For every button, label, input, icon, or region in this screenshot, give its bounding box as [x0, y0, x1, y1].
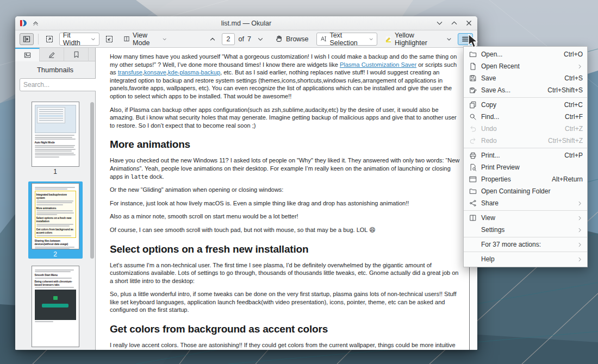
minimize-button[interactable] [435, 19, 444, 27]
menu-separator [464, 148, 587, 148]
doc-link[interactable]: Plasma Customization Saver [340, 61, 416, 68]
page-total: 7 [247, 35, 251, 43]
menu-item-undo: UndoCtrl+Z [464, 123, 587, 135]
menu-separator [464, 237, 587, 237]
titlebar[interactable]: list.md — Okular [15, 16, 477, 30]
annotation-tool-button[interactable]: Yellow Highlighter [383, 30, 440, 48]
thumbnail-page-number: 2 [53, 249, 57, 259]
thumbnail-page-2[interactable]: Integrated backup/restore systemMore ani… [28, 181, 83, 259]
close-button[interactable] [465, 19, 473, 27]
copy-icon [469, 101, 477, 109]
menu-item-save[interactable]: SaveCtrl+S [464, 72, 587, 84]
tab-annotations[interactable] [40, 48, 64, 61]
titlebar-collapse-icon[interactable] [32, 20, 39, 27]
thumbnail-list[interactable]: Auto Night Mode1Integrated backup/restor… [15, 96, 95, 350]
menu-item-print-preview[interactable]: Print Preview [464, 161, 587, 173]
doc-paragraph: Have you checked out the new Windows 11?… [110, 156, 460, 180]
highlighter-icon [385, 35, 392, 43]
document-page[interactable]: How many times have you asked yourself “… [96, 48, 469, 350]
menu-shortcut: Ctrl+Z [565, 125, 583, 133]
menu-item-print[interactable]: Print...Ctrl+P [464, 149, 587, 161]
zoom-preset-value: Fit Width [63, 32, 87, 47]
menu-item-find[interactable]: Find...Ctrl+F [464, 111, 587, 123]
sidebar-title: Thumbnails [15, 61, 95, 77]
menu-item-view[interactable]: View [464, 212, 587, 224]
page-number-input[interactable]: 2 [222, 33, 235, 45]
bookmark-icon [72, 51, 80, 59]
menu-item-for-37-more-actions[interactable]: For 37 more actions: [464, 239, 587, 250]
thumbnail-page-1[interactable]: Auto Night Mode1 [28, 100, 83, 176]
hand-icon [275, 35, 283, 43]
menu-item-open-containing-folder[interactable]: Open Containing Folder [464, 185, 587, 197]
chevron-right-icon [577, 242, 583, 248]
menu-item-properties[interactable]: PropertiesAlt+Return [464, 173, 587, 185]
okular-window: list.md — Okular Fit Width [15, 16, 477, 350]
undo-icon [469, 125, 477, 133]
folder-open-icon [469, 51, 477, 58]
zoom-in-button[interactable] [103, 34, 116, 45]
chevron-right-icon [577, 64, 583, 70]
tab-bookmarks[interactable] [64, 48, 89, 61]
menu-separator [464, 210, 587, 211]
doc-heading: Select options on a fresh new installati… [110, 243, 460, 256]
chevron-down-icon [162, 36, 167, 42]
doc-paragraph: Let's assume I'm a non-technical user. T… [110, 261, 460, 285]
annotation-chevron[interactable] [444, 35, 454, 43]
tab-thumbnails[interactable] [15, 48, 40, 61]
view-columns-icon [469, 214, 477, 222]
next-page-button[interactable] [254, 34, 266, 44]
chevron-right-icon [577, 215, 583, 221]
mouse-mode-combobox[interactable]: Text Selection [316, 33, 378, 46]
menu-separator [464, 97, 587, 98]
toolbar-separator [38, 34, 39, 45]
maximize-button[interactable] [450, 19, 458, 27]
doc-link[interactable]: konsave [144, 69, 166, 76]
menu-shortcut: Ctrl+P [564, 152, 583, 159]
view-mode-button[interactable]: View Mode [121, 30, 169, 48]
menu-item-save-as[interactable]: Save As...Ctrl+Shift+S [464, 84, 587, 96]
image-icon [23, 51, 32, 59]
menu-item-open[interactable]: Open...Ctrl+O [464, 48, 587, 60]
find-icon [469, 113, 477, 121]
previous-page-button[interactable] [207, 34, 219, 44]
redo-icon [469, 137, 477, 145]
menu-item-share[interactable]: Share [464, 197, 587, 209]
thumbnail-page-3[interactable]: Smooth Start MenuBeing coherent with chr… [28, 264, 83, 350]
doc-link[interactable]: kde-plasma-backup [168, 69, 220, 76]
thumbnail-image[interactable]: Integrated backup/restore systemMore ani… [32, 183, 79, 249]
page-of-label: of [238, 35, 244, 43]
annotation-tool-label: Yellow Highlighter [395, 32, 438, 47]
sidebar: Thumbnails Auto Night Mode1Integrated ba… [15, 48, 96, 350]
chevron-right-icon [577, 227, 583, 233]
hamburger-dropdown-menu: Open...Ctrl+OOpen RecentSaveCtrl+SSave A… [463, 46, 588, 267]
mouse-mode-value: Text Selection [329, 32, 363, 47]
thumbnail-image[interactable]: Auto Night Mode [32, 102, 79, 167]
pencil-icon [48, 51, 56, 59]
show-sidebar-button[interactable] [20, 33, 34, 45]
text-selection-icon [320, 35, 327, 43]
doc-paragraph: How many times have you asked yourself “… [110, 53, 460, 101]
menu-item-settings[interactable]: Settings [464, 224, 587, 236]
zoom-out-button[interactable] [43, 34, 56, 45]
save-as-icon [469, 86, 477, 94]
menu-item-help[interactable]: Help [464, 253, 587, 265]
document-view[interactable]: How many times have you asked yourself “… [96, 48, 477, 350]
sidebar-scrollbar[interactable] [90, 102, 94, 259]
doc-link[interactable]: transfuse [118, 69, 142, 76]
doc-paragraph: Also, if Plasma can backup other apps co… [110, 106, 460, 130]
folder-open-icon [469, 187, 477, 195]
chevron-right-icon [577, 256, 583, 262]
thumbnail-image[interactable]: Smooth Start MenuBeing coherent with chr… [32, 266, 79, 347]
thumbnail-page-number: 1 [53, 167, 57, 176]
doc-paragraph: Of course, I can see smooth scroll with … [110, 226, 460, 234]
document-recent-icon [469, 62, 477, 70]
zoom-preset-combobox[interactable]: Fit Width [59, 33, 99, 46]
print-preview-icon [469, 164, 477, 171]
menu-item-open-recent[interactable]: Open Recent [464, 60, 587, 72]
okular-app-icon [20, 19, 28, 27]
share-icon [469, 199, 477, 207]
menu-item-copy[interactable]: CopyCtrl+C [464, 99, 587, 111]
chevron-right-icon [577, 200, 583, 206]
doc-heading: More animations [110, 138, 460, 151]
browse-tool-button[interactable]: Browse [273, 34, 311, 44]
